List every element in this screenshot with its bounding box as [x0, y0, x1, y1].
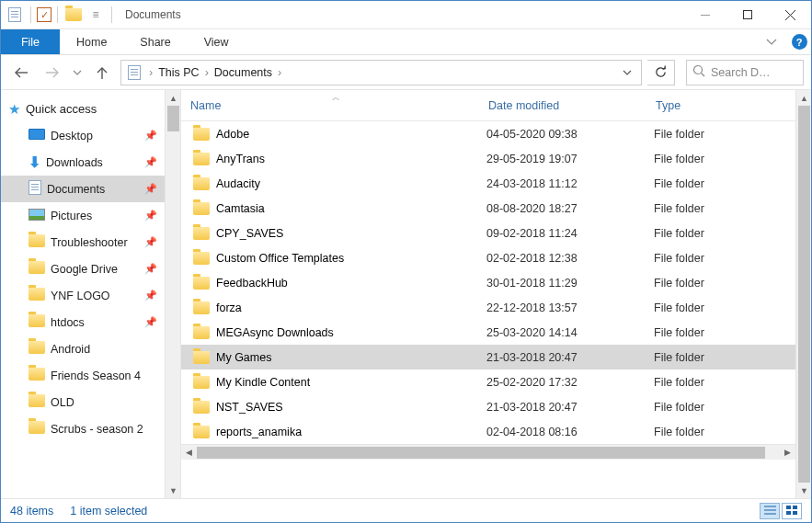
scroll-down-icon[interactable]: ▼: [796, 483, 811, 498]
document-icon: [29, 180, 41, 198]
file-row[interactable]: Audacity24-03-2018 11:12File folder: [181, 171, 795, 196]
sidebar-item[interactable]: Desktop📌: [1, 122, 165, 149]
folder-icon: [190, 126, 212, 142]
minimize-button[interactable]: [684, 1, 726, 28]
scroll-down-icon[interactable]: ▼: [166, 483, 181, 498]
file-row[interactable]: NST_SAVES21-03-2018 20:47File folder: [181, 394, 795, 419]
address-dropdown-icon[interactable]: [617, 70, 637, 75]
scroll-up-icon[interactable]: ▲: [796, 90, 811, 106]
file-name: FeedbackHub: [212, 277, 486, 290]
sidebar-item-label: Downloads: [46, 156, 103, 169]
file-row[interactable]: Custom Office Templates02-02-2018 12:38F…: [181, 245, 795, 270]
sidebar-item[interactable]: OLD: [1, 389, 165, 415]
nav-scrollbar[interactable]: ▲ ▼: [165, 90, 180, 498]
tab-view[interactable]: View: [188, 29, 246, 54]
file-type: File folder: [654, 153, 704, 165]
status-item-count: 48 items: [10, 505, 53, 517]
file-row[interactable]: forza22-12-2018 13:57File folder: [181, 295, 795, 320]
forward-button[interactable]: [40, 60, 65, 85]
file-name: Adobe: [212, 128, 486, 141]
pin-icon: 📌: [144, 316, 157, 328]
help-button[interactable]: ?: [787, 29, 811, 54]
status-bar: 48 items 1 item selected: [1, 498, 811, 522]
folder-icon: [190, 200, 212, 217]
address-bar[interactable]: › This PC › Documents ›: [120, 60, 642, 85]
details-view-button[interactable]: [760, 503, 780, 519]
scroll-thumb[interactable]: [197, 447, 765, 459]
sidebar-item[interactable]: YNF LOGO📌: [1, 282, 165, 309]
file-row[interactable]: FeedbackHub30-01-2018 11:29File folder: [181, 270, 795, 295]
check-icon[interactable]: ✓: [37, 7, 51, 22]
sidebar-item-label: YNF LOGO: [51, 290, 110, 302]
scroll-left-icon[interactable]: ◀: [181, 445, 197, 460]
close-button[interactable]: [769, 1, 811, 28]
sidebar-item-label: htdocs: [51, 316, 85, 329]
file-row[interactable]: AnyTrans29-05-2019 19:07File folder: [181, 146, 795, 171]
column-header-type[interactable]: Type: [656, 99, 795, 112]
chevron-right-icon[interactable]: ›: [276, 66, 283, 79]
folder-icon[interactable]: [63, 5, 84, 25]
file-row[interactable]: MEGAsync Downloads25-03-2020 14:14File f…: [181, 320, 795, 345]
file-type: File folder: [654, 227, 704, 240]
file-row[interactable]: My Kindle Content25-02-2020 17:32File fo…: [181, 370, 795, 394]
tab-share[interactable]: Share: [123, 29, 187, 54]
file-row[interactable]: CPY_SAVES09-02-2018 11:24File folder: [181, 221, 795, 245]
file-row[interactable]: Adobe04-05-2020 09:38File folder: [181, 121, 795, 146]
folder-icon: [29, 314, 45, 330]
tab-home[interactable]: Home: [60, 29, 123, 54]
search-placeholder: Search D…: [711, 66, 771, 79]
file-row[interactable]: reports_anamika02-04-2018 08:16File fold…: [181, 419, 795, 444]
sidebar-item[interactable]: Android: [1, 335, 165, 362]
sidebar-item[interactable]: Scrubs - season 2: [1, 415, 165, 442]
folder-icon: [190, 324, 212, 341]
chevron-right-icon[interactable]: ›: [147, 66, 154, 79]
file-date: 02-04-2018 08:16: [486, 426, 654, 438]
sidebar-item[interactable]: ⬇Downloads📌: [1, 149, 165, 176]
sidebar-item[interactable]: Friends Season 4: [1, 362, 165, 389]
pin-icon: 📌: [144, 156, 157, 168]
sidebar-item[interactable]: Troubleshooter📌: [1, 229, 165, 256]
sidebar-item[interactable]: Documents📌: [1, 176, 165, 202]
ribbon-expand-icon[interactable]: [756, 29, 787, 54]
file-type: File folder: [654, 202, 704, 215]
folder-icon: [190, 399, 212, 415]
scroll-right-icon[interactable]: ▶: [780, 445, 795, 460]
up-button[interactable]: [89, 60, 115, 85]
horizontal-scrollbar[interactable]: ◀ ▶: [181, 444, 795, 460]
file-date: 25-02-2020 17:32: [486, 376, 654, 389]
quick-access-header[interactable]: ★ Quick access: [1, 96, 165, 122]
back-button[interactable]: [8, 60, 34, 85]
properties-icon[interactable]: [5, 5, 25, 25]
file-name: My Kindle Content: [212, 376, 486, 389]
svg-line-8: [702, 74, 705, 77]
svg-rect-12: [786, 506, 791, 509]
file-row[interactable]: My Games21-03-2018 20:47File folder: [181, 345, 795, 370]
refresh-button[interactable]: [647, 60, 675, 85]
pin-icon: 📌: [144, 130, 157, 142]
scroll-thumb[interactable]: [798, 106, 810, 483]
column-header-date[interactable]: Date modified: [488, 99, 656, 112]
recent-dropdown-icon[interactable]: [71, 60, 84, 85]
file-row[interactable]: Camtasia08-08-2020 18:27File folder: [181, 196, 795, 221]
file-type: File folder: [654, 426, 704, 438]
folder-icon: [29, 368, 45, 383]
sidebar-item[interactable]: htdocs📌: [1, 309, 165, 335]
sidebar-item[interactable]: Google Drive📌: [1, 256, 165, 282]
file-name: NST_SAVES: [212, 401, 486, 414]
pictures-icon: [29, 209, 45, 223]
qat-dropdown-icon[interactable]: ≡: [86, 5, 106, 25]
file-date: 24-03-2018 11:12: [486, 177, 654, 190]
breadcrumb-documents[interactable]: Documents: [211, 66, 276, 79]
thumbnails-view-button[interactable]: [782, 503, 802, 519]
search-input[interactable]: Search D…: [686, 60, 804, 85]
sidebar-item[interactable]: Pictures📌: [1, 202, 165, 229]
maximize-button[interactable]: [726, 1, 769, 28]
chevron-right-icon[interactable]: ›: [203, 66, 211, 79]
file-list: Adobe04-05-2020 09:38File folderAnyTrans…: [181, 121, 795, 444]
breadcrumb-this-pc[interactable]: This PC: [154, 66, 202, 79]
pin-icon: 📌: [144, 263, 157, 275]
scroll-thumb[interactable]: [167, 106, 179, 131]
scroll-up-icon[interactable]: ▲: [166, 90, 181, 106]
file-tab[interactable]: File: [1, 29, 60, 54]
vertical-scrollbar[interactable]: ▲ ▼: [795, 90, 811, 498]
